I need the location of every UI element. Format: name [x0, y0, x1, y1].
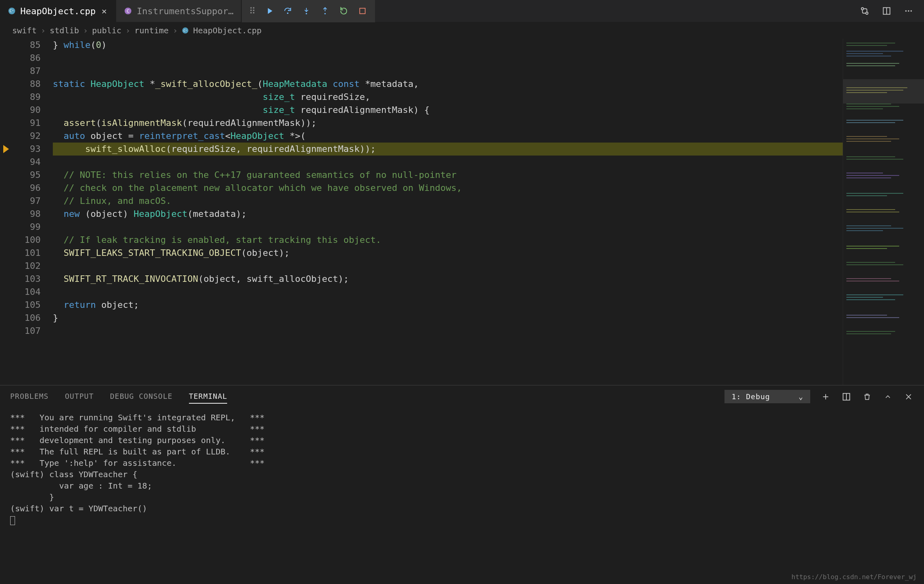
breadcrumb-separator: › — [126, 26, 130, 35]
restart-button[interactable] — [338, 6, 349, 16]
split-editor-icon[interactable] — [881, 6, 892, 16]
code-line[interactable]: assert(isAlignmentMask(requiredAlignment… — [53, 117, 843, 130]
minimap[interactable] — [843, 39, 924, 385]
new-terminal-button[interactable] — [820, 391, 831, 402]
breakpoint-slot[interactable] — [0, 311, 12, 324]
code-line[interactable]: return object; — [53, 298, 843, 311]
terminal-selector[interactable]: 1: Debug ⌄ — [724, 390, 810, 403]
breakpoint-slot[interactable] — [0, 143, 12, 156]
line-number: 98 — [12, 208, 41, 221]
step-over-button[interactable] — [282, 6, 293, 16]
line-number: 86 — [12, 52, 41, 65]
minimap-slider[interactable] — [843, 79, 924, 104]
tab-instrumentssuppor-[interactable]: CInstrumentsSuppor… — [116, 0, 241, 22]
code-line[interactable]: static HeapObject *_swift_allocObject_(H… — [53, 78, 843, 91]
line-number: 93 — [12, 143, 41, 156]
svg-rect-35 — [846, 156, 895, 157]
code-line[interactable]: auto object = reinterpret_cast<HeapObjec… — [53, 130, 843, 143]
breakpoint-slot[interactable] — [0, 78, 12, 91]
svg-rect-23 — [846, 65, 895, 66]
breakpoint-slot[interactable] — [0, 273, 12, 286]
code-area[interactable]: } while(0) static HeapObject *_swift_all… — [49, 39, 843, 385]
stop-button[interactable] — [357, 6, 368, 16]
code-line[interactable] — [53, 260, 843, 273]
breakpoint-slot[interactable] — [0, 52, 12, 65]
svg-rect-19 — [846, 51, 903, 52]
breakpoint-slot[interactable] — [0, 324, 12, 337]
code-line[interactable]: } — [53, 311, 843, 324]
breakpoint-slot[interactable] — [0, 286, 12, 298]
close-panel-button[interactable] — [903, 391, 914, 402]
code-line[interactable] — [53, 52, 843, 65]
breakpoint-slot[interactable] — [0, 182, 12, 195]
more-actions-icon[interactable] — [903, 6, 914, 16]
code-line[interactable]: size_t requiredAlignmentMask) { — [53, 104, 843, 117]
breakpoint-gutter[interactable] — [0, 39, 12, 385]
panel-tab-terminal[interactable]: TERMINAL — [189, 389, 228, 404]
close-tab-icon[interactable]: × — [100, 6, 108, 16]
code-line[interactable]: // If leak tracking is enabled, start tr… — [53, 234, 843, 247]
breadcrumb-segment[interactable]: stdlib — [50, 26, 79, 35]
breadcrumb[interactable]: swift›stdlib›public›runtime›C⁺HeapObject… — [0, 22, 924, 39]
breakpoint-slot[interactable] — [0, 104, 12, 117]
compare-changes-icon[interactable] — [859, 6, 870, 16]
breadcrumb-separator: › — [41, 26, 46, 35]
step-into-button[interactable] — [301, 6, 312, 16]
code-line[interactable] — [53, 65, 843, 78]
terminal-selector-label: 1: Debug — [731, 392, 770, 401]
breakpoint-slot[interactable] — [0, 208, 12, 221]
svg-rect-36 — [846, 159, 903, 160]
line-number: 95 — [12, 169, 41, 182]
code-line[interactable]: size_t requiredSize, — [53, 91, 843, 104]
split-terminal-button[interactable] — [841, 391, 852, 402]
breakpoint-slot[interactable] — [0, 260, 12, 273]
svg-rect-38 — [846, 175, 899, 176]
code-line[interactable]: SWIFT_LEAKS_START_TRACKING_OBJECT(object… — [53, 247, 843, 260]
breakpoint-slot[interactable] — [0, 298, 12, 311]
svg-text:C: C — [127, 9, 130, 14]
breadcrumb-segment[interactable]: public — [92, 26, 121, 35]
breakpoint-slot[interactable] — [0, 156, 12, 169]
code-line[interactable] — [53, 324, 843, 337]
panel-tab-debug-console[interactable]: DEBUG CONSOLE — [110, 389, 173, 404]
breakpoint-slot[interactable] — [0, 169, 12, 182]
breakpoint-slot[interactable] — [0, 221, 12, 234]
code-line[interactable]: // NOTE: this relies on the C++17 guaran… — [53, 169, 843, 182]
code-line[interactable]: SWIFT_RT_TRACK_INVOCATION(object, swift_… — [53, 273, 843, 286]
breadcrumb-segment[interactable]: HeapObject.cpp — [193, 26, 262, 35]
breakpoint-slot[interactable] — [0, 117, 12, 130]
svg-rect-30 — [846, 120, 903, 121]
step-out-button[interactable] — [320, 6, 330, 16]
breakpoint-slot[interactable] — [0, 195, 12, 208]
terminal-output[interactable]: *** You are running Swift's integrated R… — [0, 408, 924, 584]
svg-rect-41 — [846, 195, 887, 196]
breakpoint-slot[interactable] — [0, 91, 12, 104]
chevron-down-icon: ⌄ — [798, 392, 803, 401]
editor-actions — [849, 0, 924, 22]
svg-rect-39 — [846, 177, 891, 178]
breakpoint-slot[interactable] — [0, 65, 12, 78]
maximize-panel-button[interactable] — [883, 391, 893, 402]
drag-handle-icon[interactable]: ⠿ — [249, 6, 256, 16]
breakpoint-slot[interactable] — [0, 39, 12, 52]
breadcrumb-segment[interactable]: runtime — [134, 26, 169, 35]
tab-heapobject-cpp[interactable]: C⁺HeapObject.cpp× — [0, 0, 116, 22]
code-line[interactable] — [53, 221, 843, 234]
line-number: 106 — [12, 311, 41, 324]
code-line[interactable]: } while(0) — [53, 39, 843, 52]
breadcrumb-segment[interactable]: swift — [12, 26, 37, 35]
breakpoint-slot[interactable] — [0, 234, 12, 247]
code-line[interactable]: // check on the placement new allocator … — [53, 182, 843, 195]
code-line[interactable] — [53, 156, 843, 169]
svg-text:C⁺: C⁺ — [184, 29, 187, 32]
panel-tab-output[interactable]: OUTPUT — [65, 389, 94, 404]
breakpoint-slot[interactable] — [0, 130, 12, 143]
panel-tab-problems[interactable]: PROBLEMS — [10, 389, 49, 404]
kill-terminal-button[interactable] — [862, 391, 872, 402]
code-line[interactable]: swift_slowAlloc(requiredSize, requiredAl… — [53, 143, 843, 156]
continue-button[interactable] — [264, 6, 274, 16]
code-line[interactable]: new (object) HeapObject(metadata); — [53, 208, 843, 221]
code-line[interactable]: // Linux, and macOS. — [53, 195, 843, 208]
code-line[interactable] — [53, 286, 843, 298]
breakpoint-slot[interactable] — [0, 247, 12, 260]
